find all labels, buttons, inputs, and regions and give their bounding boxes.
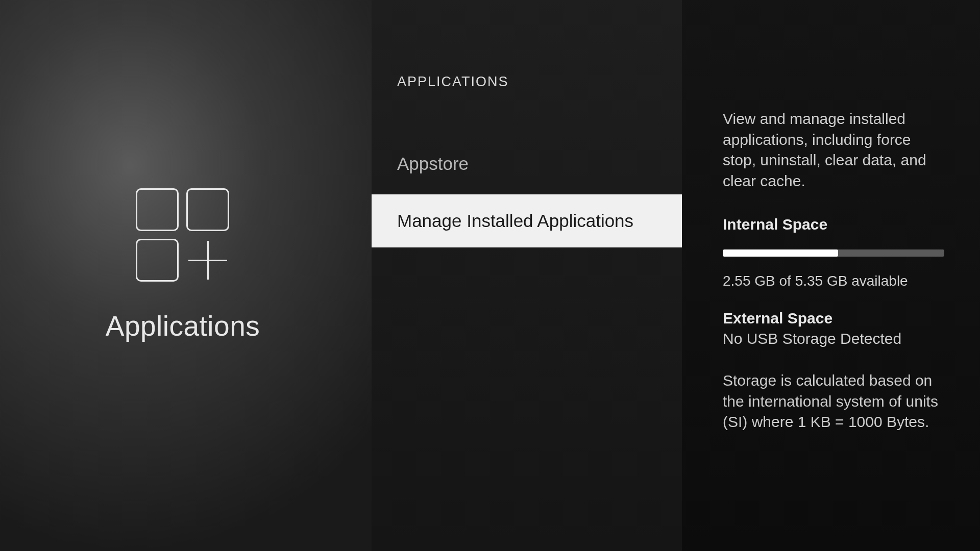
internal-space-heading: Internal Space [723, 216, 944, 233]
icon-square [136, 239, 179, 282]
menu-item-label: Appstore [397, 154, 469, 173]
applications-grid-icon [136, 188, 229, 282]
external-space-heading: External Space [723, 310, 944, 327]
category-title: Applications [106, 310, 260, 342]
category-hero-content: Applications [106, 188, 260, 342]
plus-icon [186, 239, 229, 282]
settings-menu-panel: APPLICATIONS Appstore Manage Installed A… [372, 0, 682, 551]
detail-panel: View and manage installed applications, … [682, 0, 980, 551]
internal-storage-bar [723, 249, 944, 257]
menu-item-manage-installed-applications[interactable]: Manage Installed Applications [372, 194, 682, 247]
category-hero-panel: Applications [0, 0, 372, 551]
external-space-status: No USB Storage Detected [723, 330, 944, 347]
menu-item-label: Manage Installed Applications [397, 211, 633, 231]
internal-storage-text: 2.55 GB of 5.35 GB available [723, 273, 944, 289]
icon-square [136, 188, 179, 231]
menu-item-appstore[interactable]: Appstore [372, 138, 682, 189]
external-space-group: External Space No USB Storage Detected [723, 310, 944, 347]
icon-square [186, 188, 229, 231]
menu-section-header: APPLICATIONS [372, 74, 682, 90]
item-description: View and manage installed applications, … [723, 109, 944, 191]
settings-screen: Applications APPLICATIONS Appstore Manag… [0, 0, 980, 551]
internal-storage-fill [723, 249, 838, 257]
storage-footnote: Storage is calculated based on the inter… [723, 370, 944, 433]
